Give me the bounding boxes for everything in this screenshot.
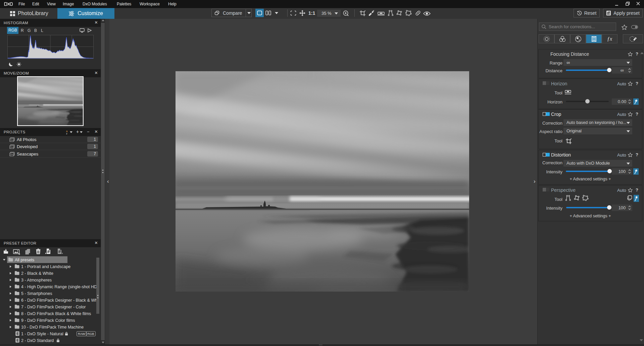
svg-text:z: z	[66, 132, 67, 135]
